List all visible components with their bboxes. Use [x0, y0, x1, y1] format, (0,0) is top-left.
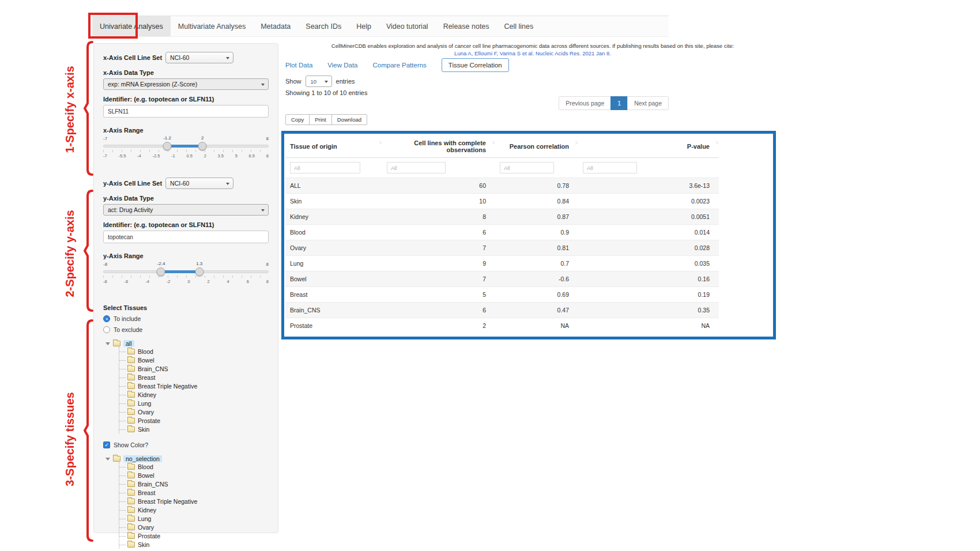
- y-axis-data-type-select[interactable]: act: Drug Activity: [103, 204, 269, 216]
- slider-tick-label: 4: [227, 279, 229, 284]
- x-axis-data-type-select[interactable]: exp: mRNA Expression (Z-Score): [103, 78, 269, 90]
- cell-tissue-of-origin: Brain_CNS: [285, 303, 382, 318]
- tree-node-skin[interactable]: Skin: [119, 425, 269, 433]
- nav-item-search-ids[interactable]: Search IDs: [298, 16, 349, 36]
- slider-tick-label: 8: [266, 153, 269, 158]
- tissues-include-radio[interactable]: To include: [103, 315, 269, 322]
- cell-p-value: 3.6e-13: [578, 178, 719, 194]
- previous-page-button[interactable]: Previous page: [559, 96, 611, 110]
- chevron-down-icon: [261, 84, 265, 86]
- slider-high-value: 1.3: [196, 261, 202, 266]
- y-axis-cell-line-set-select[interactable]: NCI-60: [165, 178, 233, 189]
- cell-cell-lines-with-complete-observations: 7: [382, 271, 495, 287]
- tree-node-prostate[interactable]: Prostate: [119, 531, 269, 540]
- slider-track[interactable]: [103, 270, 269, 273]
- slider-tick-label: -5.5: [118, 153, 126, 158]
- entries-count-select[interactable]: 10: [306, 76, 332, 87]
- nav-item-release-notes[interactable]: Release notes: [436, 16, 497, 36]
- folder-icon: [127, 507, 135, 513]
- tree-children: BloodBowelBrain_CNSBreastBreast Triple N…: [119, 347, 269, 433]
- cell-pearson-correlation: 0.9: [495, 225, 578, 240]
- sort-icon: ↑↓: [715, 140, 718, 145]
- tree-node-brain-cns[interactable]: Brain_CNS: [119, 480, 269, 488]
- copy-button[interactable]: Copy: [285, 114, 310, 125]
- cell-pearson-correlation: 0.7: [495, 256, 578, 271]
- nav-item-help[interactable]: Help: [349, 16, 379, 36]
- tab-tissue-correlation[interactable]: Tissue Correlation: [442, 58, 509, 72]
- tree-node-prostate[interactable]: Prostate: [119, 416, 269, 425]
- tree-node-breast-triple-negative[interactable]: Breast Triple Negative: [119, 382, 269, 390]
- y-axis-cell-line-set-value: NCI-60: [170, 180, 189, 187]
- column-header-p-value[interactable]: P-value↑↓: [578, 135, 719, 158]
- tab-compare-patterns[interactable]: Compare Patterns: [373, 62, 427, 69]
- column-header-tissue-of-origin[interactable]: Tissue of origin↑↓: [285, 135, 382, 158]
- download-button[interactable]: Download: [331, 114, 367, 125]
- exclude-option-label: To exclude: [114, 326, 142, 333]
- cell-p-value: 0.35: [578, 303, 719, 318]
- filter-cell: [285, 158, 382, 178]
- table-row-blood: Blood60.90.014: [285, 225, 719, 240]
- tree-node-breast[interactable]: Breast: [119, 373, 269, 382]
- next-page-button[interactable]: Next page: [627, 96, 669, 110]
- filter-input-tissue-of-origin[interactable]: [290, 162, 360, 173]
- x-axis-range-slider[interactable]: -7 8 -1.2 2 -7-5.5-4-2.5-10.523.556.58: [103, 136, 269, 163]
- tree-node-kidney[interactable]: Kidney: [119, 505, 269, 514]
- cell-cell-lines-with-complete-observations: 6: [382, 303, 495, 318]
- tree-node-label: Ovary: [138, 524, 154, 531]
- tissue-correlation-table-box: Tissue of origin↑↓Cell lines with comple…: [281, 131, 776, 339]
- slider-min-label: -7: [103, 136, 107, 141]
- slider-tick-marks: [103, 276, 269, 278]
- nav-item-univariate-analyses[interactable]: Univariate Analyses: [92, 16, 171, 36]
- tissues-exclude-radio[interactable]: To exclude: [103, 326, 269, 333]
- y-axis-range-slider[interactable]: -8 8 -2.4 1.3 -8-6-4-202468: [103, 262, 269, 288]
- slider-low-handle[interactable]: [163, 142, 172, 150]
- filter-input-p-value[interactable]: [583, 162, 637, 173]
- nav-item-metadata[interactable]: Metadata: [253, 16, 298, 36]
- x-axis-identifier-input[interactable]: [103, 105, 269, 118]
- tree-node-breast-triple-negative[interactable]: Breast Triple Negative: [119, 497, 269, 505]
- tree-node-bowel[interactable]: Bowel: [119, 471, 269, 480]
- tree-root-no-selection[interactable]: no_selection: [103, 455, 269, 462]
- slider-tick-label: 6.5: [249, 153, 255, 158]
- tab-plot-data[interactable]: Plot Data: [285, 62, 312, 69]
- tree-node-ovary[interactable]: Ovary: [119, 407, 269, 416]
- tree-root-all[interactable]: all: [103, 340, 269, 347]
- filter-input-pearson-correlation[interactable]: [500, 162, 554, 173]
- print-button[interactable]: Print: [309, 114, 332, 125]
- nav-item-multivariate-analyses[interactable]: Multivariate Analyses: [171, 16, 253, 36]
- y-axis-identifier-input[interactable]: [103, 231, 269, 243]
- table-row-skin: Skin100.840.0023: [285, 194, 719, 209]
- tree-node-skin[interactable]: Skin: [119, 540, 269, 549]
- page-1-button[interactable]: 1: [610, 96, 628, 110]
- tab-view-data[interactable]: View Data: [327, 62, 357, 69]
- tree-node-bowel[interactable]: Bowel: [119, 356, 269, 364]
- tree-node-label: Ovary: [138, 409, 154, 416]
- tree-node-blood[interactable]: Blood: [119, 347, 269, 356]
- slider-track[interactable]: [103, 145, 269, 148]
- slider-low-handle[interactable]: [157, 267, 165, 276]
- tree-node-blood[interactable]: Blood: [119, 462, 269, 471]
- citation-link[interactable]: Luna A, Elloumi F, Varma S et al. Nuclei…: [285, 50, 780, 57]
- tree-node-label: Breast: [138, 374, 155, 381]
- tissue-include-tree: all BloodBowelBrain_CNSBreastBreast Trip…: [103, 340, 269, 433]
- nav-item-video-tutorial[interactable]: Video tutorial: [379, 16, 436, 36]
- nav-item-cell-lines[interactable]: Cell lines: [497, 16, 541, 36]
- table-row-all: ALL600.783.6e-13: [285, 178, 719, 194]
- tree-node-lung[interactable]: Lung: [119, 514, 269, 523]
- column-header-pearson-correlation[interactable]: Pearson correlation↑↓: [495, 135, 578, 158]
- x-axis-identifier-label: Identifier: (e.g. topotecan or SLFN11): [103, 96, 269, 103]
- x-axis-cell-line-set-select[interactable]: NCI-60: [165, 52, 233, 63]
- slider-max-label: 8: [266, 136, 269, 141]
- tree-node-kidney[interactable]: Kidney: [119, 390, 269, 399]
- slider-high-handle[interactable]: [195, 267, 203, 276]
- tree-node-brain-cns[interactable]: Brain_CNS: [119, 364, 269, 373]
- column-header-cell-lines-with-complete-observations[interactable]: Cell lines with complete observations↑↓: [382, 135, 495, 158]
- tree-node-breast[interactable]: Breast: [119, 488, 269, 497]
- filter-input-cell-lines-with-complete-observations[interactable]: [387, 162, 446, 173]
- folder-icon: [127, 516, 135, 522]
- tree-node-lung[interactable]: Lung: [119, 399, 269, 407]
- tree-node-ovary[interactable]: Ovary: [119, 523, 269, 531]
- export-buttons: CopyPrintDownload: [285, 114, 367, 125]
- show-color-checkbox[interactable]: ✓ Show Color?: [103, 441, 269, 448]
- slider-high-handle[interactable]: [198, 142, 207, 150]
